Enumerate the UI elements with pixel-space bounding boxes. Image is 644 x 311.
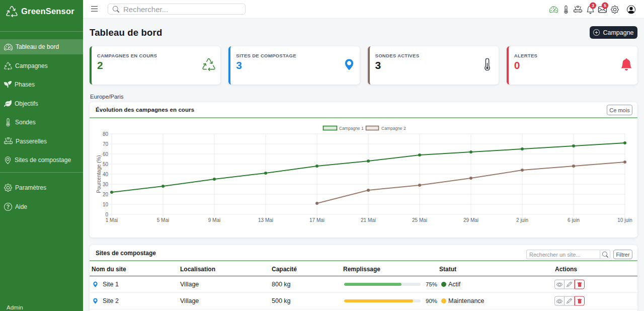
svg-text:70: 70 <box>103 141 109 147</box>
svg-text:21 Mai: 21 Mai <box>361 217 376 223</box>
svg-text:Campagne 2: Campagne 2 <box>381 126 406 131</box>
svg-text:60: 60 <box>103 151 109 157</box>
svg-text:13 Mai: 13 Mai <box>258 217 273 223</box>
svg-text:80: 80 <box>103 131 109 137</box>
svg-text:10: 10 <box>103 202 109 207</box>
svg-text:5 Mai: 5 Mai <box>157 217 169 223</box>
svg-text:Campagne 1: Campagne 1 <box>339 126 364 131</box>
svg-text:40: 40 <box>103 172 109 177</box>
svg-text:1 Mai: 1 Mai <box>106 217 118 223</box>
svg-text:6 juin: 6 juin <box>568 217 580 223</box>
svg-text:25 Mai: 25 Mai <box>412 217 427 223</box>
svg-text:0: 0 <box>105 212 108 217</box>
svg-text:17 Mai: 17 Mai <box>309 217 325 223</box>
svg-text:10 juin: 10 juin <box>617 217 632 223</box>
svg-text:9 Mai: 9 Mai <box>208 217 220 223</box>
svg-text:30: 30 <box>103 182 109 187</box>
svg-text:20: 20 <box>103 192 109 197</box>
svg-text:29 Mai: 29 Mai <box>463 217 478 223</box>
svg-text:Pourcentage (%): Pourcentage (%) <box>96 155 102 193</box>
svg-text:2 juin: 2 juin <box>516 217 528 223</box>
svg-text:50: 50 <box>103 162 109 167</box>
